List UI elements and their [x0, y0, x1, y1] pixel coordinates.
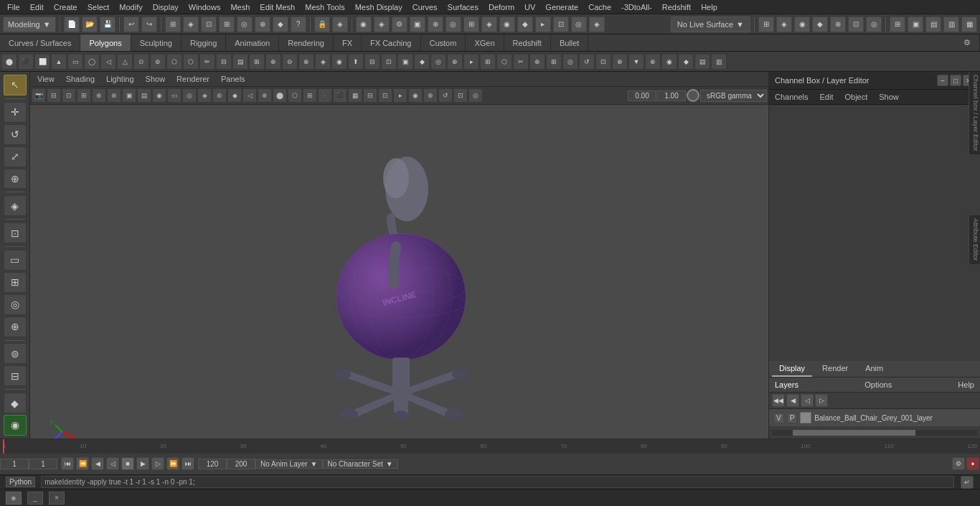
texture-btn[interactable]: ◆: [227, 88, 242, 103]
isolate-btn[interactable]: ◉: [152, 88, 166, 103]
create-helix-btn[interactable]: ⊚: [150, 54, 166, 70]
menu-windows[interactable]: Windows: [184, 1, 225, 13]
snap-point-btn[interactable]: ⊕: [255, 17, 270, 32]
step-back-btn[interactable]: ⏪: [76, 457, 89, 470]
cut-btn[interactable]: ✂: [513, 54, 529, 70]
create-torus-btn[interactable]: ◯: [84, 54, 100, 70]
bridge-btn[interactable]: ⊟: [364, 54, 380, 70]
menu-curves[interactable]: Curves: [408, 1, 442, 13]
step-fwd-btn[interactable]: ⏩: [166, 457, 179, 470]
snap-grid-btn[interactable]: ⊞: [219, 17, 235, 32]
menu-select[interactable]: Select: [83, 1, 114, 13]
render11-btn[interactable]: ◎: [571, 17, 587, 32]
soft-mod-btn[interactable]: ◈: [4, 195, 27, 216]
layers-scrollbar[interactable]: [772, 430, 977, 436]
range-end-input[interactable]: [198, 459, 227, 469]
transfer-btn[interactable]: ▸: [463, 54, 479, 70]
create-cylinder-btn[interactable]: ⬜: [34, 54, 50, 70]
layer-new-btn[interactable]: ◀◀: [772, 394, 785, 407]
viewport-val1[interactable]: [628, 90, 656, 101]
panel1-btn[interactable]: ⊞: [890, 17, 905, 32]
select-tool-btn[interactable]: ↖: [4, 75, 27, 95]
menu-generate[interactable]: Generate: [541, 1, 583, 13]
cam-bookmark-btn[interactable]: ▣: [122, 88, 136, 103]
render10-btn[interactable]: ⊡: [553, 17, 569, 32]
layer-visibility-btn[interactable]: V: [773, 413, 784, 423]
average-btn[interactable]: ⊕: [447, 54, 463, 70]
viewport-val2[interactable]: [657, 90, 686, 101]
tab-curves-surfaces[interactable]: Curves / Surfaces: [0, 34, 80, 51]
boolean-diff-btn[interactable]: ⊖: [282, 54, 298, 70]
channel-box-minimize[interactable]: −: [937, 75, 948, 86]
mirror-btn[interactable]: ⊟: [216, 54, 232, 70]
menu-mesh[interactable]: Mesh: [226, 1, 254, 13]
lock-btn[interactable]: 🔒: [314, 17, 330, 32]
layer-step-fwd-btn[interactable]: ▷: [815, 394, 828, 407]
viewport-menu-shading[interactable]: Shading: [62, 73, 99, 85]
command-input[interactable]: [41, 476, 954, 488]
panel2-btn[interactable]: ▣: [908, 17, 923, 32]
extra5-btn[interactable]: ⊕: [830, 17, 846, 32]
menu-surfaces[interactable]: Surfaces: [443, 1, 483, 13]
prev-frame-btn[interactable]: ◀: [91, 457, 104, 470]
range-start-input[interactable]: [0, 459, 29, 469]
multi-cut-btn[interactable]: ⊕: [529, 54, 545, 70]
extra4-btn[interactable]: ◆: [812, 17, 828, 32]
render8-btn[interactable]: ◆: [517, 17, 533, 32]
spin-edge-btn[interactable]: ↺: [579, 54, 595, 70]
render6-btn[interactable]: ◈: [481, 17, 497, 32]
menu-file[interactable]: File: [3, 1, 24, 13]
wireframe-btn[interactable]: ⬡: [288, 88, 302, 103]
menu-uv[interactable]: UV: [520, 1, 540, 13]
shaded-btn[interactable]: ⊚: [212, 88, 227, 103]
menu-mesh-tools[interactable]: Mesh Tools: [301, 1, 349, 13]
tab-rigging[interactable]: Rigging: [182, 34, 226, 51]
menu-deform[interactable]: Deform: [484, 1, 519, 13]
go-end-btn[interactable]: ⏭: [182, 457, 194, 470]
select-tool-btn[interactable]: ⊞: [165, 17, 181, 32]
char-set-dropdown[interactable]: No Character Set ▼: [323, 459, 398, 469]
boolean-union-btn[interactable]: ⊕: [265, 54, 281, 70]
channel-box-restore[interactable]: □: [950, 75, 961, 86]
cam-lock-btn[interactable]: ⊕: [92, 88, 106, 103]
cam-select-btn[interactable]: 📷: [32, 88, 46, 103]
offset-loop-btn[interactable]: ◎: [562, 54, 578, 70]
display-select-btn[interactable]: ▤: [137, 88, 151, 103]
menu-help[interactable]: Help: [697, 1, 722, 13]
menu-edit-mesh[interactable]: Edit Mesh: [255, 1, 299, 13]
points-btn[interactable]: ·: [318, 88, 332, 103]
render5-btn[interactable]: ⊞: [463, 17, 479, 32]
redo-btn[interactable]: ↪: [141, 17, 157, 32]
snap-select-btn[interactable]: ⊞: [4, 272, 27, 293]
lasso-btn[interactable]: ◈: [183, 17, 199, 32]
create-pyramid-btn[interactable]: △: [117, 54, 133, 70]
layer-prev-btn[interactable]: ◀: [786, 394, 799, 407]
display-size-btn[interactable]: ◎: [182, 88, 197, 103]
create-prism-btn[interactable]: ◁: [100, 54, 116, 70]
tab-bullet[interactable]: Bullet: [551, 34, 589, 51]
boolean-int-btn[interactable]: ⊗: [298, 54, 314, 70]
history-btn[interactable]: ⊚: [4, 343, 27, 364]
viewport-menu-view[interactable]: View: [33, 73, 59, 85]
combine-btn[interactable]: ◈: [315, 54, 331, 70]
menu-modify[interactable]: Modify: [115, 1, 146, 13]
tab-rendering[interactable]: Rendering: [279, 34, 334, 51]
layers-tab[interactable]: Layers: [775, 380, 798, 389]
tab-redshift[interactable]: Redshift: [504, 34, 551, 51]
extra-btn1[interactable]: ⊡: [453, 88, 468, 103]
tab-settings-icon[interactable]: ⚙: [955, 34, 980, 51]
crease-btn[interactable]: ⊞: [480, 54, 496, 70]
wedge-btn[interactable]: ◆: [678, 54, 694, 70]
flip-edge-btn[interactable]: ⊡: [595, 54, 611, 70]
cb-show-tab[interactable]: Show: [873, 90, 905, 104]
selection-mask-btn[interactable]: ◈: [332, 17, 348, 32]
fill-hole-btn[interactable]: ⊡: [381, 54, 397, 70]
axis-btn[interactable]: ◉: [4, 415, 27, 436]
new-scene-btn[interactable]: 📄: [64, 17, 80, 32]
anim-layer-dropdown[interactable]: No Anim Layer ▼: [255, 459, 323, 469]
cam-persp-btn[interactable]: ⊞: [77, 88, 91, 103]
channel-box-side-tab[interactable]: Channel box / Layer Editor: [969, 72, 980, 154]
enter-command-btn[interactable]: ↵: [961, 476, 974, 489]
cam-back-btn[interactable]: ⊟: [47, 88, 61, 103]
panel4-btn[interactable]: ▥: [943, 17, 959, 32]
